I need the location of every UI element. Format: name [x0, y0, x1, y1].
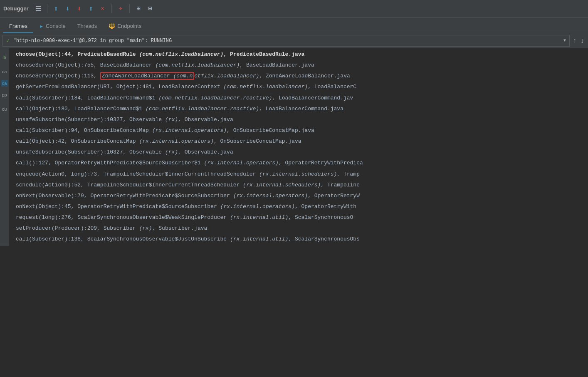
left-label-pp: pp — [2, 89, 7, 101]
tab-frames[interactable]: Frames — [3, 20, 33, 33]
rerun-icon[interactable]: ✕ — [98, 4, 107, 13]
frame-3-text: getServerFromLoadBalancer(URI, Object):4… — [16, 84, 356, 90]
tabbar: Frames ► Console Threads 🔱 Endpoints — [0, 17, 588, 33]
stack-trace-panel: choose(Object):44, PredicateBasedRule (c… — [9, 48, 588, 246]
frame-5-text: call(Object):180, LoadBalancerCommand$1 … — [16, 106, 343, 112]
left-label-di: di — [2, 52, 6, 63]
stack-frame-4[interactable]: call(Subscriber):184, LoadBalancerComman… — [9, 93, 588, 104]
console-icon: ► — [39, 24, 44, 29]
stack-frame-7[interactable]: call(Subscriber):94, OnSubscribeConcatMa… — [9, 125, 588, 136]
frame-13-text: onNext(Observable):79, OperatorRetryWith… — [16, 193, 360, 199]
stack-frame-1[interactable]: chooseServer(Object):755, BaseLoadBalanc… — [9, 60, 588, 71]
menu-icon[interactable]: ☰ — [34, 4, 43, 13]
check-icon: ✓ — [6, 37, 10, 44]
stack-frame-2[interactable]: chooseServer(Object):113, ZoneAwareLoadB… — [9, 71, 588, 82]
frame-17-text: call(Subscriber):138, ScalarSynchronousO… — [16, 236, 360, 242]
step-over-up-icon[interactable]: ⬆ — [52, 4, 61, 13]
toolbar: Debugger ☰ ⬆ ⬇ ⬇ ⬆ ✕ ⌖ ⊞ ⊟ — [0, 0, 588, 17]
tab-endpoints-label: Endpoints — [117, 23, 141, 29]
stack-frame-5[interactable]: call(Object):180, LoadBalancerCommand$1 … — [9, 104, 588, 114]
stack-frame-3[interactable]: getServerFromLoadBalancer(URI, Object):4… — [9, 82, 588, 92]
chevron-down-icon: ▼ — [563, 38, 566, 43]
frame-1-text: chooseServer(Object):755, BaseLoadBalanc… — [16, 62, 314, 68]
thread-dropdown[interactable]: ✓ "http-nio-8080-exec-1"@8,972 in group … — [2, 35, 570, 47]
stack-frame-8[interactable]: call(Object):42, OnSubscribeConcatMap (r… — [9, 136, 588, 147]
stack-frame-14[interactable]: onNext(Object):45, OperatorRetryWithPred… — [9, 201, 588, 212]
frame-7-text: call(Subscriber):94, OnSubscribeConcatMa… — [16, 127, 314, 134]
stack-frame-17[interactable]: call(Subscriber):138, ScalarSynchronousO… — [9, 234, 588, 245]
stack-frame-9[interactable]: unsafeSubscribe(Subscriber):10327, Obser… — [9, 147, 588, 158]
stack-frame-15[interactable]: request(long):276, ScalarSynchronousObse… — [9, 212, 588, 223]
main-layout: di ca ca pp cu choose(Object):44, Predic… — [0, 48, 588, 246]
stack-frame-0[interactable]: choose(Object):44, PredicateBasedRule (c… — [9, 49, 588, 60]
tab-console-label: Console — [46, 23, 66, 29]
debugger-window: Debugger ☰ ⬆ ⬇ ⬇ ⬆ ✕ ⌖ ⊞ ⊟ Frames ► Cons… — [0, 0, 588, 246]
step-out-icon[interactable]: ⬇ — [75, 4, 84, 13]
layout-view-icon[interactable]: ⊟ — [146, 4, 155, 13]
separator-3 — [129, 4, 130, 13]
stack-frame-16[interactable]: setProducer(Producer):209, Subscriber (r… — [9, 223, 588, 234]
stack-trace: choose(Object):44, PredicateBasedRule (c… — [9, 48, 588, 246]
tab-console[interactable]: ► Console — [33, 20, 72, 33]
stack-frame-10[interactable]: call():127, OperatorRetryWithPredicate$S… — [9, 158, 588, 169]
frame-16-text: setProducer(Producer):209, Subscriber (r… — [16, 225, 207, 231]
stack-frame-11[interactable]: enqueue(Action0, long):73, TrampolineSch… — [9, 169, 588, 180]
step-back-icon[interactable]: ⬆ — [86, 4, 96, 13]
stack-frame-12[interactable]: schedule(Action0):52, TrampolineSchedule… — [9, 180, 588, 191]
tab-frames-label: Frames — [9, 23, 27, 29]
tab-threads[interactable]: Threads — [72, 20, 103, 33]
debugger-label: Debugger — [3, 5, 29, 12]
stack-frame-13[interactable]: onNext(Observable):79, OperatorRetryWith… — [9, 191, 588, 201]
frame-9-text: unsafeSubscribe(Subscriber):10327, Obser… — [16, 149, 233, 155]
tab-threads-label: Threads — [77, 23, 97, 29]
frame-11-text: enqueue(Action0, long):73, TrampolineSch… — [16, 171, 360, 177]
grid-view-icon[interactable]: ⊞ — [134, 4, 143, 13]
frame-8-text: call(Object):42, OnSubscribeConcatMap (r… — [16, 138, 301, 144]
tab-endpoints[interactable]: 🔱 Endpoints — [103, 20, 147, 33]
cursor-icon[interactable]: ⌖ — [116, 4, 125, 13]
left-panel: di ca ca pp cu — [0, 48, 9, 246]
thread-selector-row: ✓ "http-nio-8080-exec-1"@8,972 in group … — [0, 33, 588, 48]
endpoints-icon: 🔱 — [109, 23, 115, 29]
frame-4-text: call(Subscriber):184, LoadBalancerComman… — [16, 95, 353, 101]
left-label-cu: cu — [2, 103, 7, 115]
next-frame-button[interactable]: ↓ — [579, 36, 586, 45]
frame-14-text: onNext(Object):45, OperatorRetryWithPred… — [16, 203, 356, 210]
frame-6-text: unsafeSubscribe(Subscriber):10327, Obser… — [16, 117, 233, 123]
separator-2 — [111, 4, 112, 13]
frame-12-text: schedule(Action0):52, TrampolineSchedule… — [16, 182, 360, 188]
left-label-ca1: ca — [2, 66, 7, 77]
frame-0-text: choose(Object):44, PredicateBasedRule (c… — [16, 51, 304, 57]
thread-dropdown-text: "http-nio-8080-exec-1"@8,972 in group "m… — [13, 38, 560, 44]
prev-frame-button[interactable]: ↑ — [571, 36, 578, 45]
frame-10-text: call():127, OperatorRetryWithPredicate$S… — [16, 160, 363, 166]
frame-15-text: request(long):276, ScalarSynchronousObse… — [16, 214, 353, 221]
frame-navigation: ↑ ↓ — [571, 36, 586, 45]
separator-1 — [47, 4, 47, 13]
stack-frame-6[interactable]: unsafeSubscribe(Subscriber):10327, Obser… — [9, 114, 588, 125]
frame-2-text: chooseServer(Object):113, ZoneAwareLoadB… — [16, 72, 350, 80]
left-label-ca2: ca — [1, 80, 8, 87]
step-into-icon[interactable]: ⬇ — [63, 4, 72, 13]
